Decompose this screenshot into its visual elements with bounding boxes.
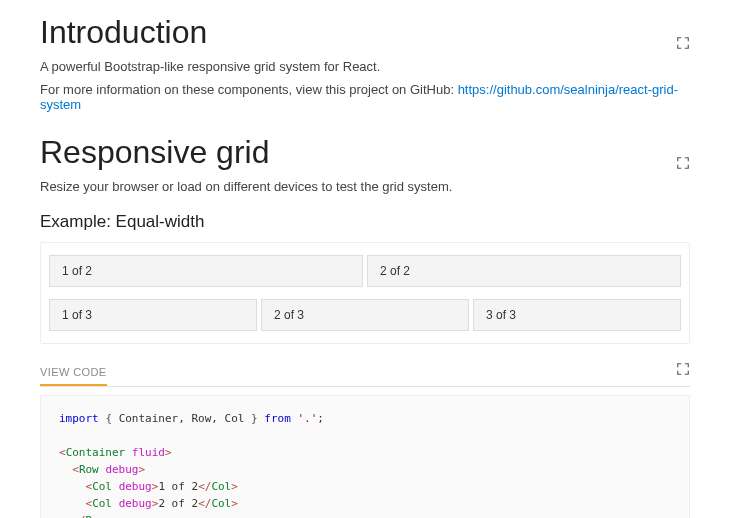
- demo-col: 1 of 2: [49, 255, 363, 287]
- expand-icon[interactable]: [676, 156, 690, 170]
- code-block: import { Container, Row, Col } from '.';…: [40, 395, 690, 518]
- demo-row: 1 of 3 2 of 3 3 of 3: [49, 299, 681, 331]
- section-introduction: Introduction A powerful Bootstrap-like r…: [40, 14, 690, 112]
- demo-col: 1 of 3: [49, 299, 257, 331]
- expand-icon[interactable]: [676, 36, 690, 50]
- demo-row: 1 of 2 2 of 2: [49, 255, 681, 287]
- expand-icon[interactable]: [676, 362, 690, 376]
- intro-p2-prefix: For more information on these components…: [40, 82, 458, 97]
- section-responsive-grid: Responsive grid Resize your browser or l…: [40, 134, 690, 518]
- grid-demo: 1 of 2 2 of 2 1 of 3 2 of 3 3 of 3: [40, 242, 690, 344]
- grid-paragraph: Resize your browser or load on different…: [40, 179, 690, 194]
- viewcode-label[interactable]: VIEW CODE: [40, 366, 107, 386]
- intro-paragraph-1: A powerful Bootstrap-like responsive gri…: [40, 59, 690, 74]
- grid-heading: Responsive grid: [40, 134, 690, 171]
- viewcode-bar: VIEW CODE: [40, 362, 690, 387]
- demo-col: 2 of 2: [367, 255, 681, 287]
- intro-paragraph-2: For more information on these components…: [40, 82, 690, 112]
- demo-col: 3 of 3: [473, 299, 681, 331]
- demo-col: 2 of 3: [261, 299, 469, 331]
- example-heading: Example: Equal-width: [40, 212, 690, 232]
- intro-heading: Introduction: [40, 14, 690, 51]
